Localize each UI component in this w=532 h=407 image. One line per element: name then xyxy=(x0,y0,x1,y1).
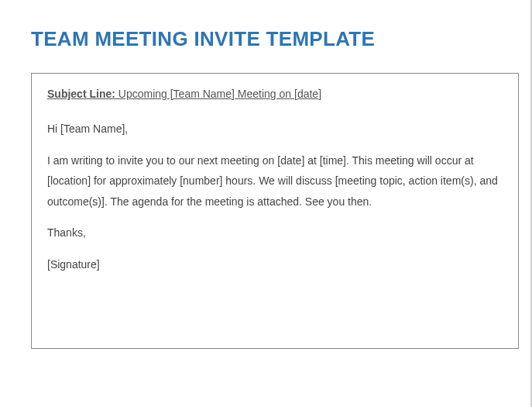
greeting-text: Hi [Team Name], xyxy=(47,119,503,140)
template-box: Subject Line: Upcoming [Team Name] Meeti… xyxy=(31,73,519,349)
page-title: TEAM MEETING INVITE TEMPLATE xyxy=(31,27,527,51)
thanks-text: Thanks, xyxy=(47,222,503,243)
document-page: TEAM MEETING INVITE TEMPLATE Subject Lin… xyxy=(0,0,532,407)
subject-value: Upcoming [Team Name] Meeting on [date] xyxy=(115,88,321,100)
subject-line: Subject Line: Upcoming [Team Name] Meeti… xyxy=(47,88,503,100)
body-text: Hi [Team Name], I am writing to invite y… xyxy=(47,119,503,275)
subject-label: Subject Line: xyxy=(47,88,115,100)
main-paragraph: I am writing to invite you to our next m… xyxy=(47,150,503,212)
signature-text: [Signature] xyxy=(47,254,503,275)
